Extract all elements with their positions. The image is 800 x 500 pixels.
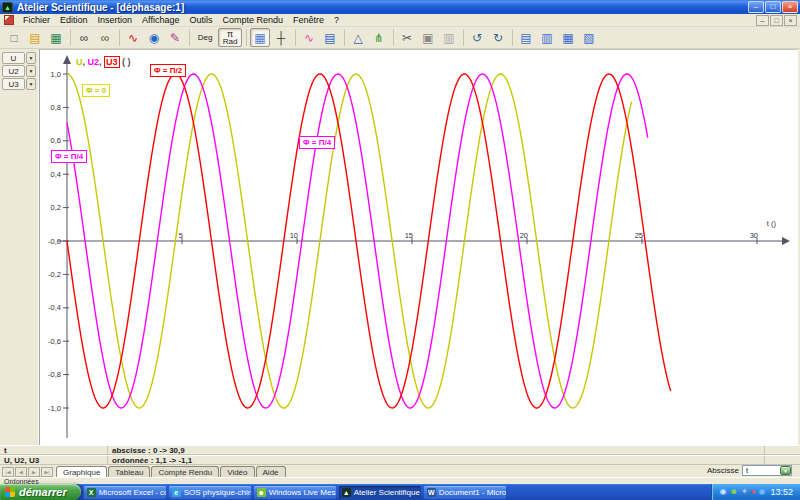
toolbar-separator [246, 29, 247, 46]
svg-text:10: 10 [290, 231, 298, 240]
tab-nav-button-3[interactable]: ▶| [41, 467, 53, 477]
word-icon: W [427, 488, 436, 497]
child-restore-button[interactable]: □ [770, 15, 783, 26]
abscisse-selector: Abscisse t ▼ [707, 465, 800, 477]
tab-tableau[interactable]: Tableau [108, 466, 150, 477]
open-folder-icon[interactable]: ▤ [25, 28, 45, 47]
curve-button-u[interactable]: U▼ [2, 52, 36, 64]
tab-bar: |◀◀▶▶| GraphiqueTableauCompte RenduVidéo… [0, 465, 800, 477]
start-button[interactable]: démarrer [0, 484, 81, 500]
plot-svg: 510152025301,00,80,60,40,2-0,0-0,2-0,4-0… [40, 50, 798, 446]
phase-label[interactable]: Φ = 0 [82, 84, 110, 97]
globe-icon[interactable]: ◉ [144, 28, 164, 47]
table-icon[interactable]: ▤ [320, 28, 340, 47]
tray-messenger-icon[interactable]: ☻ [730, 488, 738, 496]
window-arrange-icon[interactable]: ▧ [579, 28, 599, 47]
menu-item-edition[interactable]: Edition [55, 15, 93, 25]
taskbar-task[interactable]: XMicrosoft Excel - corr... [84, 486, 166, 499]
abscisse-combo[interactable]: t ▼ [742, 465, 792, 476]
tab-vidéo[interactable]: Vidéo [220, 466, 254, 477]
app-icon: ▲ [2, 2, 13, 13]
new-document-icon[interactable]: □ [4, 28, 24, 47]
phase-label[interactable]: Φ = Π/2 [150, 64, 186, 77]
taskbar-task-label: Atelier Scientifique - [... [354, 488, 421, 497]
menu-item-fen-tre[interactable]: Fenêtre [288, 15, 329, 25]
menu-item-compte-rendu[interactable]: Compte Rendu [217, 15, 288, 25]
rad-button[interactable]: πRad [218, 28, 242, 47]
child-minimize-button[interactable]: – [756, 15, 769, 26]
deg-button[interactable]: Deg [193, 28, 217, 47]
tray-security-icon[interactable]: ● [751, 488, 756, 496]
save-icon[interactable]: ▦ [46, 28, 66, 47]
cut-icon[interactable]: ✂ [397, 28, 417, 47]
child-close-button[interactable]: × [784, 15, 797, 26]
geometry-icon[interactable]: △ [348, 28, 368, 47]
copy-icon[interactable]: ▥ [439, 28, 459, 47]
restore-button[interactable]: □ [765, 1, 781, 13]
window-cascade-icon[interactable]: ▤ [516, 28, 536, 47]
menu-item-outils[interactable]: Outils [184, 15, 217, 25]
taskbar-task-label: Document1 - Microsof... [439, 488, 506, 497]
system-tray: ◉☻✶●◉ 13:52 [711, 484, 800, 500]
abscisse-row: t abscisse : 0 -> 30,9 [0, 445, 800, 455]
tab-graphique[interactable]: Graphique [56, 466, 107, 477]
document-icon [4, 15, 14, 25]
chevron-down-icon[interactable]: ▼ [780, 466, 791, 475]
chevron-down-icon[interactable]: ▼ [26, 65, 36, 77]
window-horizontal-icon[interactable]: ▦ [558, 28, 578, 47]
svg-text:t (): t () [767, 219, 777, 228]
menu-item-fichier[interactable]: Fichier [18, 15, 55, 25]
tools-icon[interactable]: ⋔ [369, 28, 389, 47]
titlebar: ▲ Atelier Scientifique - [déphasage:1] –… [0, 0, 800, 14]
close-button[interactable]: × [782, 1, 798, 13]
phase-label[interactable]: Φ = Π/4 [51, 150, 87, 163]
search-data-icon[interactable]: ∞ [95, 28, 115, 47]
svg-text:0,4: 0,4 [51, 170, 61, 179]
svg-text:30: 30 [750, 231, 758, 240]
toolbar-separator [295, 29, 296, 46]
tray-status-icon[interactable]: ◉ [720, 488, 727, 496]
pencil-icon[interactable]: ✎ [165, 28, 185, 47]
chevron-down-icon[interactable]: ▼ [26, 78, 36, 90]
chart-icon[interactable]: ∿ [299, 28, 319, 47]
tab-compte-rendu[interactable]: Compte Rendu [151, 466, 219, 477]
tab-nav-button-1[interactable]: ◀ [15, 467, 27, 477]
toolbar-separator [512, 29, 513, 46]
svg-text:5: 5 [179, 231, 183, 240]
tab-nav-button-0[interactable]: |◀ [2, 467, 14, 477]
start-label: démarrer [19, 486, 67, 498]
child-window-controls: – □ × [756, 15, 800, 26]
taskbar-task[interactable]: eSOS physique-chimie ... [169, 486, 251, 499]
svg-text:-0,0: -0,0 [48, 237, 61, 246]
tray-update-icon[interactable]: ✶ [741, 488, 748, 496]
windows-logo-icon [5, 487, 15, 497]
search-icon[interactable]: ∞ [74, 28, 94, 47]
window-tile-icon[interactable]: ▥ [537, 28, 557, 47]
status-bar: Ordonnées [0, 477, 800, 484]
ie-icon: e [172, 488, 181, 497]
curve-selector-panel: U▼U2▼U3▼ [0, 49, 40, 445]
svg-text:-0,6: -0,6 [48, 337, 61, 346]
phase-label[interactable]: Φ = Π/4 [299, 136, 335, 149]
axes-button[interactable]: ┼ [271, 28, 291, 47]
tab-aide[interactable]: Aide [256, 466, 286, 477]
curve-button-u3[interactable]: U3▼ [2, 78, 36, 90]
taskbar-task[interactable]: ☻Windows Live Messen... [254, 486, 336, 499]
tab-nav-button-2[interactable]: ▶ [28, 467, 40, 477]
chevron-down-icon[interactable]: ▼ [26, 52, 36, 64]
curve-button-u2[interactable]: U2▼ [2, 65, 36, 77]
toolbar-separator [393, 29, 394, 46]
minimize-button[interactable]: – [748, 1, 764, 13]
paste-icon[interactable]: ▣ [418, 28, 438, 47]
redo-icon[interactable]: ↻ [488, 28, 508, 47]
tray-network-icon[interactable]: ◉ [758, 488, 765, 496]
menu-item-affichage[interactable]: Affichage [137, 15, 184, 25]
undo-icon[interactable]: ↺ [467, 28, 487, 47]
grid-button[interactable]: ▦ [250, 28, 270, 47]
menu-item-?[interactable]: ? [329, 15, 344, 25]
taskbar-task[interactable]: ▲Atelier Scientifique - [... [339, 486, 421, 499]
curve-icon[interactable]: ∿ [123, 28, 143, 47]
menu-item-insertion[interactable]: Insertion [93, 15, 138, 25]
svg-text:1,0: 1,0 [51, 70, 61, 79]
taskbar-task[interactable]: WDocument1 - Microsof... [424, 486, 506, 499]
